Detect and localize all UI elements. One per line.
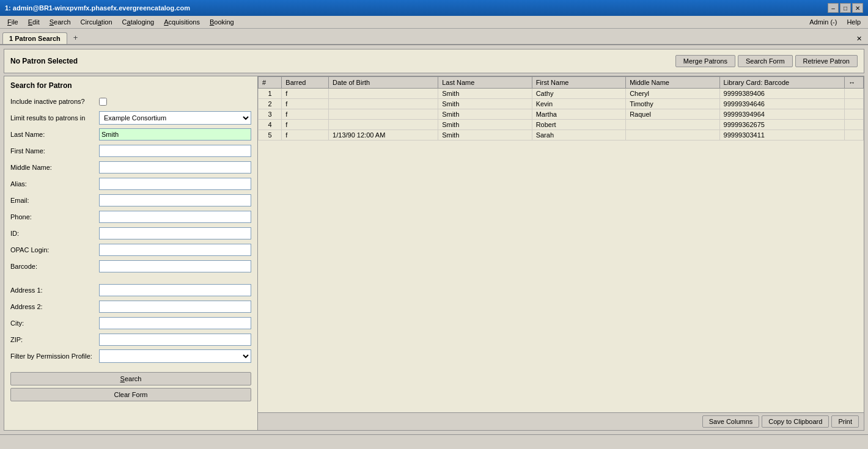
menu-file[interactable]: File bbox=[2, 17, 23, 27]
label-middlename: Middle Name: bbox=[10, 164, 99, 171]
merge-patrons-button[interactable]: Merge Patrons bbox=[675, 55, 735, 67]
cell-barred: f bbox=[282, 120, 329, 130]
id-input[interactable] bbox=[99, 227, 251, 239]
zip-input[interactable] bbox=[99, 334, 251, 346]
maximize-button[interactable]: □ bbox=[840, 3, 851, 13]
col-header-expand[interactable]: ↔ bbox=[845, 77, 864, 89]
permission-select[interactable] bbox=[99, 349, 251, 363]
cell-firstname: Sarah bbox=[532, 130, 625, 141]
label-limit: Limit results to patrons in bbox=[10, 114, 99, 122]
form-row-addr1: Address 1: bbox=[10, 283, 251, 297]
menu-edit[interactable]: Edit bbox=[23, 17, 45, 27]
cell-firstname: Robert bbox=[532, 120, 625, 130]
email-input[interactable] bbox=[99, 194, 251, 206]
label-firstname: First Name: bbox=[10, 147, 99, 155]
search-button[interactable]: Search bbox=[10, 372, 251, 385]
form-row-zip: ZIP: bbox=[10, 333, 251, 346]
table-row[interactable]: 3 f Smith Martha Raquel 99999394964 bbox=[259, 109, 864, 120]
menu-search[interactable]: Search bbox=[45, 17, 76, 27]
admin-link[interactable]: Admin (-) bbox=[809, 18, 837, 26]
cell-lastname: Smith bbox=[438, 130, 532, 141]
phone-input[interactable] bbox=[99, 211, 251, 223]
tab-add-button[interactable]: + bbox=[68, 31, 83, 44]
cell-dob bbox=[329, 109, 438, 120]
header-panel: No Patron Selected Merge Patrons Search … bbox=[4, 49, 864, 73]
cell-num: 4 bbox=[259, 120, 282, 130]
form-row-addr2: Address 2: bbox=[10, 300, 251, 313]
cell-middlename: Timothy bbox=[626, 99, 719, 109]
table-row[interactable]: 4 f Smith Robert 99999362675 bbox=[259, 120, 864, 130]
form-row-middlename: Middle Name: bbox=[10, 161, 251, 174]
city-input[interactable] bbox=[99, 317, 251, 329]
cell-barred: f bbox=[282, 89, 329, 99]
cell-middlename: Cheryl bbox=[626, 89, 719, 99]
body-panel: Search for Patron Include inactive patro… bbox=[4, 76, 864, 431]
cell-barcode: 99999394646 bbox=[719, 99, 845, 109]
tab-patron-search[interactable]: 1 Patron Search bbox=[2, 32, 67, 44]
cell-num: 3 bbox=[259, 109, 282, 120]
minimize-button[interactable]: – bbox=[828, 3, 839, 13]
search-buttons: Search Clear Form bbox=[10, 372, 251, 401]
form-row-phone: Phone: bbox=[10, 210, 251, 224]
col-header-barcode[interactable]: Library Card: Barcode bbox=[719, 77, 845, 89]
results-table-container[interactable]: # Barred Date of Birth Last Name First N… bbox=[258, 76, 864, 412]
col-header-barred[interactable]: Barred bbox=[282, 77, 329, 89]
help-link[interactable]: Help bbox=[847, 18, 861, 26]
form-row-barcode: Barcode: bbox=[10, 260, 251, 273]
limit-results-select[interactable]: Example ConsortiumBranch 1 bbox=[99, 111, 251, 125]
menu-circulation[interactable]: Circulation bbox=[76, 17, 117, 27]
window-title: 1: admin@BR1-winxpvmfx.phasefx.evergreen… bbox=[5, 4, 190, 12]
col-header-num[interactable]: # bbox=[259, 77, 282, 89]
addr2-input[interactable] bbox=[99, 301, 251, 313]
cell-middlename bbox=[626, 120, 719, 130]
close-button[interactable]: ✕ bbox=[852, 3, 863, 13]
label-permission: Filter by Permission Profile: bbox=[10, 352, 99, 360]
form-row-limit: Limit results to patrons in Example Cons… bbox=[10, 111, 251, 125]
menu-cataloging[interactable]: Cataloging bbox=[117, 17, 160, 27]
clear-form-button[interactable]: Clear Form bbox=[10, 388, 251, 401]
cell-dob bbox=[329, 120, 438, 130]
menu-acquisitions[interactable]: Acquisitions bbox=[159, 17, 205, 27]
cell-lastname: Smith bbox=[438, 109, 532, 120]
cell-num: 1 bbox=[259, 89, 282, 99]
search-form-button[interactable]: Search Form bbox=[738, 55, 793, 67]
results-panel: # Barred Date of Birth Last Name First N… bbox=[258, 76, 864, 430]
cell-barred: f bbox=[282, 109, 329, 120]
col-header-dob[interactable]: Date of Birth bbox=[329, 77, 438, 89]
label-city: City: bbox=[10, 319, 99, 327]
save-columns-button[interactable]: Save Columns bbox=[702, 415, 760, 428]
menu-booking[interactable]: Booking bbox=[205, 17, 239, 27]
barcode-input[interactable] bbox=[99, 260, 251, 272]
col-header-firstname[interactable]: First Name bbox=[532, 77, 625, 89]
lastname-input[interactable] bbox=[99, 128, 251, 141]
table-row[interactable]: 1 f Smith Cathy Cheryl 99999389406 bbox=[259, 89, 864, 99]
print-button[interactable]: Print bbox=[831, 415, 859, 428]
form-row-id: ID: bbox=[10, 227, 251, 240]
status-bar bbox=[0, 434, 868, 447]
tab-close-button[interactable]: ✕ bbox=[853, 34, 866, 44]
inactive-patrons-checkbox[interactable] bbox=[99, 98, 107, 106]
form-row-inactive: Include inactive patrons? bbox=[10, 95, 251, 108]
firstname-input[interactable] bbox=[99, 145, 251, 157]
cell-extra bbox=[845, 109, 864, 120]
col-header-middlename[interactable]: Middle Name bbox=[626, 77, 719, 89]
cell-extra bbox=[845, 120, 864, 130]
col-header-lastname[interactable]: Last Name bbox=[438, 77, 532, 89]
label-addr2: Address 2: bbox=[10, 303, 99, 310]
retrieve-patron-button[interactable]: Retrieve Patron bbox=[795, 55, 858, 67]
label-addr1: Address 1: bbox=[10, 287, 99, 294]
middlename-input[interactable] bbox=[99, 161, 251, 173]
opac-input[interactable] bbox=[99, 244, 251, 256]
label-zip: ZIP: bbox=[10, 336, 99, 343]
table-row[interactable]: 5 f 1/13/90 12:00 AM Smith Sarah 9999930… bbox=[259, 130, 864, 141]
copy-clipboard-button[interactable]: Copy to Clipboard bbox=[762, 415, 829, 428]
menu-right: Admin (-) Help bbox=[809, 18, 866, 26]
form-row-firstname: First Name: bbox=[10, 144, 251, 158]
cell-barcode: 99999389406 bbox=[719, 89, 845, 99]
alias-input[interactable] bbox=[99, 178, 251, 190]
cell-extra bbox=[845, 99, 864, 109]
addr1-input[interactable] bbox=[99, 284, 251, 296]
table-row[interactable]: 2 f Smith Kevin Timothy 99999394646 bbox=[259, 99, 864, 109]
cell-num: 5 bbox=[259, 130, 282, 141]
cell-lastname: Smith bbox=[438, 89, 532, 99]
